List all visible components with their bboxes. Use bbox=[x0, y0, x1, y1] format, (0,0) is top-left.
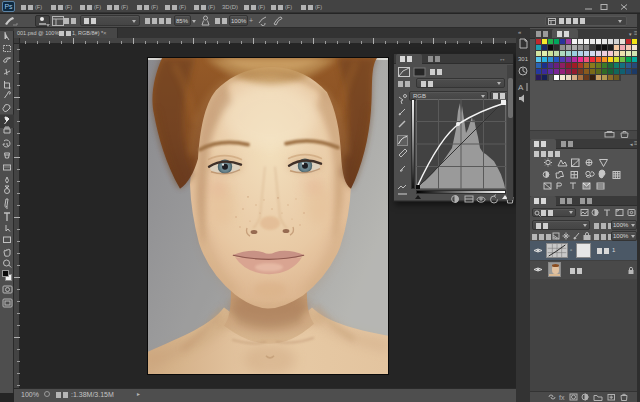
svg-text:301: 301 bbox=[518, 56, 529, 62]
svg-text:fx: fx bbox=[559, 394, 565, 401]
svg-text:A: A bbox=[518, 83, 524, 92]
